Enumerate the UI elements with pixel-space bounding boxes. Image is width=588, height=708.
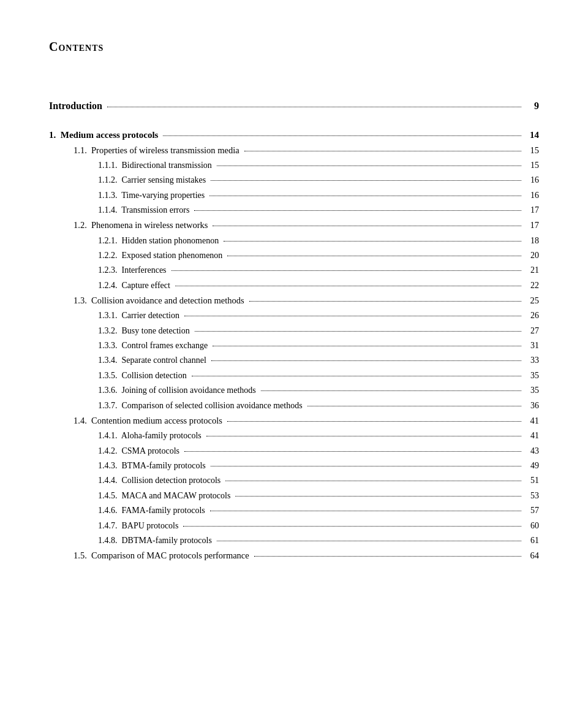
toc-page: 31	[524, 339, 539, 352]
toc-label: 1.2.1. Hidden station phonomenon	[98, 234, 219, 248]
toc-label: 1.2.2. Exposed station phenomenon	[98, 249, 222, 262]
toc-label: 1.3.6. Joining of collision avoidance me…	[98, 384, 256, 397]
toc-page: 16	[524, 189, 539, 202]
toc-entry: 1.2.1. Hidden station phonomenon 18	[49, 234, 539, 248]
toc-dots	[217, 541, 521, 541]
toc-label: 1. Medium access protocols	[49, 128, 158, 142]
toc-page: 41	[524, 414, 539, 428]
toc-dots	[227, 421, 521, 422]
toc-label: 1.3.1. Carrier detection	[98, 309, 179, 322]
toc-entry: 1.4. Contention medium access protocols …	[49, 414, 539, 428]
toc-dots	[254, 556, 521, 557]
toc-label: 1.4.6. FAMA-family protocols	[98, 504, 205, 517]
toc-dots	[210, 511, 521, 511]
toc-page: 41	[524, 429, 539, 443]
toc-entry: 1.3.2. Busy tone detection 27	[49, 324, 539, 338]
toc-dots	[213, 226, 521, 226]
toc-label: 1.2.3. Interferences	[98, 264, 167, 277]
toc-dots	[235, 496, 521, 497]
toc-entry: 1.1.4. Transmission errors 17	[49, 204, 539, 217]
toc-label: 1.4.5. MACA and MACAW protocols	[98, 489, 230, 503]
toc-entry: 1.4.3. BTMA-family protocols 49	[49, 459, 539, 473]
toc-dots	[163, 135, 521, 136]
toc-label: 1.2. Phenomena in wireless networks	[74, 218, 208, 232]
toc-dots	[249, 301, 521, 302]
toc-label: 1.1.2. Carrier sensing mistakes	[98, 173, 206, 187]
toc-entry: 1.5. Comparison of MAC protocols perform…	[49, 549, 539, 563]
toc-dots	[183, 526, 521, 527]
toc-label: 1.4.4. Collision detection protocols	[98, 474, 221, 487]
toc-label: 1.3.2. Busy tone detection	[98, 324, 190, 338]
toc-label: 1.1. Properties of wireless transmission…	[74, 143, 239, 158]
toc-label: 1.1.3. Time-varying properties	[98, 189, 205, 202]
toc-page: 18	[524, 234, 539, 248]
toc-label: 1.4.7. BAPU protocols	[98, 519, 178, 533]
toc-dots	[195, 331, 521, 332]
toc-entry: 1.2.2. Exposed station phenomenon 20	[49, 249, 539, 262]
toc-entry: 1.3.1. Carrier detection 26	[49, 309, 539, 322]
toc-entry: 1.4.8. DBTMA-family protocols 61	[49, 534, 539, 547]
toc-dots	[211, 180, 521, 181]
toc-entry: Introduction 9	[49, 98, 539, 114]
toc-page: 17	[524, 218, 539, 232]
toc-page: 57	[524, 504, 539, 517]
toc-page: 21	[524, 264, 539, 277]
toc-entry: 1.1. Properties of wireless transmission…	[49, 143, 539, 158]
toc-label: 1.4. Contention medium access protocols	[74, 414, 222, 428]
toc-entry: 1.4.7. BAPU protocols 60	[49, 519, 539, 533]
toc-page: 15	[524, 159, 539, 172]
toc-label: 1.3.4. Separate control channel	[98, 354, 206, 367]
toc-dots	[261, 390, 521, 391]
toc-page: 15	[524, 143, 539, 158]
toc-page: 22	[524, 279, 539, 292]
toc-label: 1.4.3. BTMA-family protocols	[98, 459, 206, 473]
toc-label: 1.3.3. Control frames exchange	[98, 339, 208, 352]
toc-page: 17	[524, 204, 539, 217]
toc-entry: 1.2.3. Interferences 21	[49, 264, 539, 277]
toc-dots	[175, 286, 521, 286]
toc-page: 61	[524, 534, 539, 547]
toc-dots	[184, 316, 521, 316]
toc-page: 35	[524, 384, 539, 397]
toc-label: 1.5. Comparison of MAC protocols perform…	[74, 549, 249, 563]
toc-label: 1.3. Collision avoidance and detection m…	[74, 294, 244, 308]
toc-entry: 1.1.2. Carrier sensing mistakes 16	[49, 173, 539, 187]
toc-entry: 1.2.4. Capture effect 22	[49, 279, 539, 292]
toc-entry: 1.3. Collision avoidance and detection m…	[49, 294, 539, 308]
toc-dots	[172, 270, 521, 271]
toc-entry: 1.3.5. Collision detection 35	[49, 369, 539, 383]
toc-dots	[244, 151, 521, 151]
toc-page: 35	[524, 369, 539, 383]
page-title: Contents	[49, 37, 539, 56]
toc-dots	[224, 241, 521, 242]
toc-entry: 1.3.4. Separate control channel 33	[49, 354, 539, 367]
toc-dots	[227, 256, 521, 256]
toc-entry: 1.1.3. Time-varying properties 16	[49, 189, 539, 202]
toc-page: 33	[524, 354, 539, 367]
toc-dots	[225, 481, 521, 481]
toc-label: 1.4.1. Aloha-family protocols	[98, 429, 202, 443]
toc-dots	[184, 451, 521, 452]
toc-entry: 1.3.7. Comparison of selected collision …	[49, 399, 539, 413]
toc-dots	[211, 466, 521, 466]
toc-page: 16	[524, 173, 539, 187]
toc-page: 36	[524, 399, 539, 413]
toc-container: Introduction 9 1. Medium access protocol…	[49, 81, 539, 563]
toc-dots	[211, 360, 521, 361]
toc-label: 1.1.1. Bidirectional transmission	[98, 159, 212, 172]
toc-page: 20	[524, 249, 539, 262]
toc-page: 49	[524, 459, 539, 473]
toc-page: 60	[524, 519, 539, 533]
toc-entry: 1.3.6. Joining of collision avoidance me…	[49, 384, 539, 397]
toc-dots	[192, 376, 521, 376]
toc-entry: 1.3.3. Control frames exchange 31	[49, 339, 539, 352]
toc-entry: 1.2. Phenomena in wireless networks 17	[49, 218, 539, 232]
toc-page: 9	[524, 98, 539, 114]
toc-page: 53	[524, 489, 539, 503]
toc-page: 14	[524, 128, 539, 142]
toc-dots	[213, 346, 521, 346]
toc-label: 1.1.4. Transmission errors	[98, 204, 189, 217]
toc-page: 51	[524, 474, 539, 487]
toc-label: 1.4.2. CSMA protocols	[98, 444, 179, 458]
toc-entry: 1.4.4. Collision detection protocols 51	[49, 474, 539, 487]
